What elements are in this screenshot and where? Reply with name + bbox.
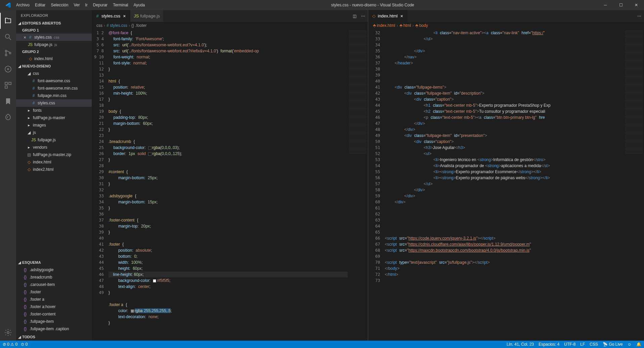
more-icon[interactable]: ⋯ — [361, 14, 365, 18]
folder-js[interactable]: ◢js — [16, 129, 92, 136]
outline-item[interactable]: {}.breadcrumb — [16, 274, 92, 281]
status-language[interactable]: CSS — [590, 342, 598, 347]
file-fullpage-js[interactable]: JSfullpage.js — [16, 136, 92, 144]
split-editor-icon[interactable]: ◫ — [353, 14, 356, 18]
debug-icon[interactable] — [0, 61, 16, 77]
group-2-label: GRUPO 2 — [16, 48, 92, 55]
outline-item[interactable]: {}.fullpage-item .caption — [16, 325, 92, 333]
close-button[interactable]: ✕ — [629, 0, 644, 10]
vscode-logo-icon — [5, 2, 11, 8]
menu-depurar[interactable]: Depurar — [90, 0, 110, 10]
line-numbers: 1 2 3 4 5 6 7 8 9 10 11 12 13 14 15 16 1… — [92, 29, 109, 341]
line-numbers: 32 33 34 35 36 37 38 39 40 41 42 43 44 4… — [368, 29, 385, 341]
svg-point-2 — [5, 50, 7, 52]
todos-header[interactable]: ◢TODOS — [16, 333, 92, 341]
svg-point-4 — [9, 52, 11, 54]
file-styles-css[interactable]: #styles.css — [16, 99, 92, 107]
open-editor-fullpage-js[interactable]: JSfullpage.jsjs — [16, 41, 92, 48]
source-control-icon[interactable] — [0, 45, 16, 61]
file-font-awesome-min-css[interactable]: #font-awesome.min.css — [16, 85, 92, 92]
folder-fullpagejs-master[interactable]: ▸fullPage.js-master — [16, 114, 92, 121]
bookmarks-icon[interactable] — [0, 93, 16, 109]
code-editor-left[interactable]: 1 2 3 4 5 6 7 8 9 10 11 12 13 14 15 16 1… — [92, 29, 368, 341]
tab-fullpage-js[interactable]: JSfullpage.js — [130, 10, 164, 22]
open-editor-styles-css[interactable]: ×#styles.csscss — [16, 34, 92, 41]
activity-bar — [0, 10, 16, 341]
menu-ver[interactable]: Ver — [71, 0, 82, 10]
svg-rect-7 — [5, 82, 7, 85]
open-editor-index-html[interactable]: ◇index.html — [16, 55, 92, 62]
editor-pane-right: ◇index.html× ⋯ ⬘ index.html› ⬘ html› ⬘ b… — [368, 10, 644, 341]
outline-header[interactable]: ◢ESQUEMA — [16, 259, 92, 266]
outline-item[interactable]: {}.footer-content — [16, 310, 92, 318]
tab-index-html[interactable]: ◇index.html× — [368, 10, 408, 22]
menu-ir[interactable]: Ir — [82, 0, 90, 10]
file-tree: ◢css #font-awesome.css #font-awesome.min… — [16, 70, 92, 259]
open-editors-header[interactable]: ◢EDITORES ABIERTOS — [16, 19, 92, 27]
minimize-button[interactable]: ─ — [598, 0, 613, 10]
outline-item[interactable]: {}.fullpage-item — [16, 318, 92, 325]
tab-bar-left: #styles.css× JSfullpage.js ◫⋯ — [92, 10, 368, 22]
menubar: Archivo Editar Selección Ver Ir Depurar … — [0, 0, 147, 10]
svg-point-3 — [5, 54, 7, 56]
status-errors[interactable]: ⊘ 0 ⚠ 0 — [3, 342, 17, 347]
breadcrumb-left[interactable]: css› # styles.css› {} .footer — [92, 22, 368, 29]
outline-item[interactable]: {}.footer — [16, 288, 92, 296]
status-eol[interactable]: LF — [580, 342, 585, 347]
outline-list: {}.adsbygoogle {}.breadcrumb {}.carousel… — [16, 266, 92, 333]
settings-icon[interactable] — [0, 325, 16, 341]
status-position[interactable]: Lín. 41, Col. 23 — [507, 342, 534, 347]
sidebar: EXPLORADOR ◢EDITORES ABIERTOS GRUPO 1 ×#… — [16, 10, 92, 341]
file-zip[interactable]: ▤fullPage.js-master.zip — [16, 151, 92, 158]
more-icon[interactable]: ⋯ — [637, 14, 641, 18]
file-font-awesome-css[interactable]: #font-awesome.css — [16, 77, 92, 85]
outline-item[interactable]: {}.footer a — [16, 296, 92, 303]
close-icon[interactable]: × — [399, 13, 404, 19]
status-port[interactable]: ⊙ 0 — [21, 342, 28, 347]
status-spaces[interactable]: Espacios: 4 — [539, 342, 559, 347]
svg-point-0 — [5, 34, 9, 38]
file-index2-html[interactable]: ◇index2.html — [16, 166, 92, 173]
status-feedback-icon[interactable]: ☺ — [628, 342, 632, 347]
editor-pane-left: #styles.css× JSfullpage.js ◫⋯ css› # sty… — [92, 10, 368, 341]
window-controls: ─ ☐ ✕ — [598, 0, 644, 10]
project-header[interactable]: ◢NUEVO-DISENO — [16, 62, 92, 70]
folder-vendors[interactable]: ▸vendors — [16, 144, 92, 151]
outline-item[interactable]: {}.adsbygoogle — [16, 266, 92, 274]
folder-images[interactable]: ▸images — [16, 121, 92, 129]
svg-rect-8 — [9, 82, 11, 85]
close-icon[interactable]: × — [122, 13, 127, 19]
outline-item[interactable]: {}.footer a:hover — [16, 303, 92, 310]
folder-css[interactable]: ◢css — [16, 70, 92, 77]
menu-archivo[interactable]: Archivo — [13, 0, 32, 10]
file-index-html[interactable]: ◇index.html — [16, 158, 92, 166]
minimap[interactable] — [624, 29, 644, 341]
group-1-label: GRUPO 1 — [16, 27, 92, 34]
extensions-icon[interactable] — [0, 77, 16, 93]
menu-editar[interactable]: Editar — [32, 0, 48, 10]
code-editor-right[interactable]: 32 33 34 35 36 37 38 39 40 41 42 43 44 4… — [368, 29, 644, 341]
folder-fonts[interactable]: ▸fonts — [16, 107, 92, 114]
breadcrumb-right[interactable]: ⬘ index.html› ⬘ html› ⬘ body — [368, 22, 644, 29]
svg-point-10 — [7, 332, 9, 334]
menu-ayuda[interactable]: Ayuda — [131, 0, 147, 10]
minimap[interactable] — [348, 29, 368, 341]
close-icon[interactable]: × — [22, 35, 28, 40]
tab-styles-css[interactable]: #styles.css× — [92, 10, 130, 22]
status-encoding[interactable]: UTF-8 — [564, 342, 575, 347]
explorer-icon[interactable] — [0, 13, 16, 29]
extra-icon[interactable] — [0, 109, 16, 126]
search-icon[interactable] — [0, 29, 16, 45]
editor-area: #styles.css× JSfullpage.js ◫⋯ css› # sty… — [92, 10, 644, 341]
sidebar-title: EXPLORADOR — [16, 10, 92, 19]
file-fullpage-min-css[interactable]: #fullpage.min.css — [16, 92, 92, 99]
menu-terminal[interactable]: Terminal — [110, 0, 131, 10]
maximize-button[interactable]: ☐ — [613, 0, 629, 10]
status-bell-icon[interactable]: 🔔 — [636, 342, 641, 347]
svg-point-6 — [7, 68, 9, 70]
window-title: styles.css - nuevo-diseno - Visual Studi… — [147, 3, 598, 7]
tab-bar-right: ◇index.html× ⋯ — [368, 10, 644, 22]
menu-seleccion[interactable]: Selección — [48, 0, 71, 10]
status-golive[interactable]: 📡 Go Live — [603, 342, 623, 347]
outline-item[interactable]: {}.carousel-item — [16, 281, 92, 288]
